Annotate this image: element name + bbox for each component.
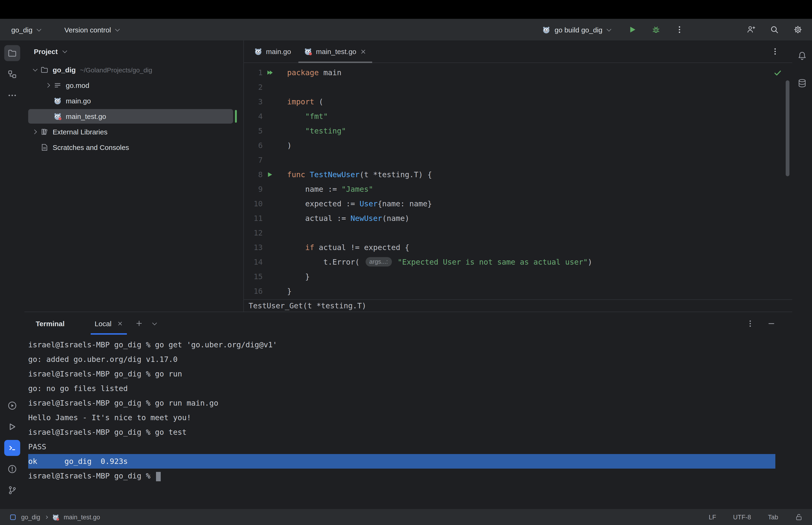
left-tool-rail [0,41,25,509]
line-number: 15 [244,269,263,284]
project-tool-button[interactable] [4,45,20,61]
debug-button[interactable] [649,23,662,36]
notifications-button[interactable] [794,48,810,64]
breadcrumb-project[interactable]: go_dig [21,513,40,521]
code-line-15[interactable]: 15 } [244,269,792,284]
gutter [263,167,277,182]
chevron-down-icon [115,27,120,31]
run-tool-button[interactable] [4,397,20,414]
code-line-12[interactable]: 12 [244,226,792,240]
line-number: 1 [244,65,263,80]
breadcrumb-file[interactable]: main_test.go [64,513,100,521]
code-line-8[interactable]: 8func TestNewUser(t *testing.T) { [244,167,792,182]
code-line-13[interactable]: 13 if actual != expected { [244,240,792,255]
structure-tool-button[interactable] [4,66,20,82]
run-config-label: go build go_dig [554,26,602,34]
code-line-14[interactable]: 14 t.Error( args...: "Expected User is n… [244,255,792,269]
writable-lock-icon[interactable] [795,513,802,521]
tree-item-external-libraries[interactable]: External Libraries [25,124,243,139]
git-tool-button[interactable] [4,482,20,498]
line-ending-widget[interactable]: LF [709,513,716,521]
inspections-ok-icon[interactable] [773,69,782,77]
tree-item-label: Scratches and Consoles [52,144,129,151]
tab-label: main_test.go [316,47,356,56]
chevron-right-icon[interactable] [45,83,50,88]
tree-item-main-test-go[interactable]: main_test.go [25,108,243,124]
code-line-16[interactable]: 16} [244,284,792,298]
code-line-1[interactable]: 1package main [244,65,792,80]
settings-button[interactable] [791,23,805,36]
gutter [263,138,277,153]
terminal-line: israel@Israels-MBP go_dig % go get 'go.u… [28,338,792,352]
terminal-panel: Terminal Local israel@Israels-MBP go_dig… [25,312,792,509]
code-line-5[interactable]: 5 "testing" [244,124,792,138]
code-line-10[interactable]: 10 expected := User{name: name} [244,196,792,211]
tree-item-label: go.mod [66,81,89,89]
vcs-menu[interactable]: Version control [61,23,122,36]
hide-terminal-icon[interactable] [767,319,775,327]
database-tool-button[interactable] [794,75,810,91]
terminal-tab-local[interactable]: Local [89,312,129,335]
terminal-options-icon[interactable] [746,319,754,327]
tree-item-go-mod[interactable]: go.mod [25,77,243,93]
gutter [263,94,277,109]
code-line-4[interactable]: 4 "fmt" [244,109,792,124]
sticky-context-line[interactable]: TestUser_Get(t *testing.T) [244,299,792,312]
line-number: 14 [244,255,263,269]
code-line-9[interactable]: 9 name := "James" [244,182,792,196]
code-line-7[interactable]: 7 [244,153,792,167]
editor-area: main.go main_test.go 1package main23impo… [243,41,792,312]
indent-widget[interactable]: Tab [768,513,778,521]
terminal-panel-title[interactable]: Terminal [36,319,65,327]
editor-options-icon[interactable] [771,47,779,56]
project-panel-title: Project [34,47,58,55]
editor-scrollbar[interactable] [786,80,790,176]
code-with-me-button[interactable] [744,23,757,36]
more-actions-button[interactable] [673,23,686,36]
editor-tab-main-go[interactable]: main.go [248,40,298,63]
code-text [277,80,287,94]
encoding-widget[interactable]: UTF-8 [733,513,751,521]
project-menu[interactable]: go_dig [7,23,44,36]
new-terminal-icon[interactable] [136,320,143,327]
services-tool-button[interactable] [4,419,20,435]
project-panel-header[interactable]: Project [25,41,243,62]
run-config-selector[interactable]: go build go_dig [538,24,614,35]
code-text: package main [277,65,341,80]
tree-item-main-go[interactable]: main.go [25,93,243,108]
gutter [263,153,277,167]
search-everywhere-button[interactable] [768,23,781,36]
code-editor[interactable]: 1package main23import (4 "fmt"5 "testing… [244,63,792,299]
close-terminal-tab-icon[interactable] [117,320,123,327]
problems-tool-button[interactable] [4,461,20,477]
run-button[interactable] [626,23,639,36]
code-text: name := "James" [277,182,373,196]
run-gutter-icon[interactable] [266,69,273,76]
code-text: } [277,284,292,298]
line-number: 4 [244,109,263,124]
terminal-line: israel@Israels-MBP go_dig % go test [28,425,792,439]
code-line-11[interactable]: 11 actual := NewUser(name) [244,211,792,226]
code-text: expected := User{name: name} [277,196,432,211]
code-line-6[interactable]: 6) [244,138,792,153]
editor-tab-main-test-go[interactable]: main_test.go [298,40,373,63]
tree-item-go-dig[interactable]: go_dig~/GolandProjects/go_dig [25,62,243,77]
code-line-3[interactable]: 3import ( [244,94,792,109]
chevron-down-icon[interactable] [33,67,37,72]
active-file-indicator [235,110,237,123]
gutter [263,255,277,269]
more-tools-button[interactable] [4,87,20,103]
close-tab-icon[interactable] [360,48,367,55]
chevron-right-icon[interactable] [32,130,37,134]
chevron-down-icon [62,48,67,53]
terminal-output[interactable]: israel@Israels-MBP go_dig % go get 'go.u… [25,335,792,483]
tree-chevron-slot [42,84,52,87]
line-number: 13 [244,240,263,255]
tree-item-scratches-and-consoles[interactable]: Scratches and Consoles [25,139,243,155]
code-text: "testing" [277,124,346,138]
terminal-tool-button[interactable] [4,440,20,456]
run-gutter-icon[interactable] [266,171,273,178]
code-text: ) [277,138,292,153]
code-line-2[interactable]: 2 [244,80,792,94]
chevron-down-icon[interactable] [152,320,157,325]
